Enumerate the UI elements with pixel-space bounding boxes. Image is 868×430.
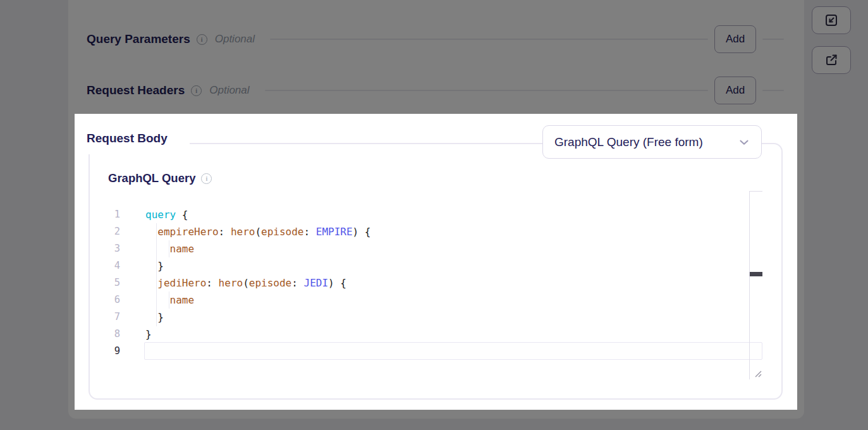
request-body-section: Request Body GraphQL Query (Free form) G… [75, 114, 797, 410]
code-line [145, 343, 370, 360]
code-line: } [145, 326, 370, 343]
line-number: 9 [89, 343, 120, 360]
line-number: 3 [89, 240, 120, 257]
info-icon[interactable]: i [201, 173, 212, 184]
code-line: name [145, 240, 370, 257]
editor-scrollbar-track [749, 191, 762, 379]
line-number: 1 [89, 206, 120, 223]
request-body-title: Request Body [87, 131, 168, 146]
body-type-value: GraphQL Query (Free form) [554, 135, 737, 149]
code-line: name [145, 292, 370, 309]
line-number: 7 [89, 309, 120, 326]
line-number: 8 [89, 326, 120, 343]
code-line: query { [145, 206, 370, 223]
chevron-down-icon [737, 135, 751, 149]
graphql-query-editor[interactable]: query { empireHero: hero(episode: EMPIRE… [145, 206, 370, 360]
graphql-query-label-row: GraphQL Query i [108, 171, 212, 185]
line-number-gutter: 123456789 [89, 206, 120, 360]
graphql-query-label: GraphQL Query [108, 171, 195, 185]
page: Query Parameters i Optional Add Request … [0, 0, 868, 430]
line-number: 2 [89, 223, 120, 240]
body-type-select[interactable]: GraphQL Query (Free form) [542, 125, 762, 159]
code-line: } [145, 309, 370, 326]
line-number: 6 [89, 292, 120, 309]
code-line: empireHero: hero(episode: EMPIRE) { [145, 223, 370, 240]
code-line: jediHero: hero(episode: JEDI) { [145, 274, 370, 292]
line-number: 4 [89, 257, 120, 274]
editor-scrollbar-thumb[interactable] [750, 272, 762, 276]
resize-grip[interactable] [754, 369, 762, 378]
code-line: } [145, 257, 370, 274]
line-number: 5 [89, 274, 120, 292]
